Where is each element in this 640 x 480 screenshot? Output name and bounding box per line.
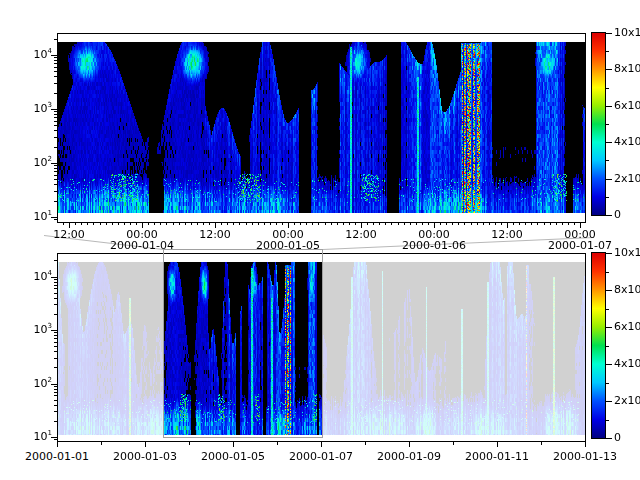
overview-selection-region[interactable] <box>163 249 323 438</box>
overview-colorbar <box>591 252 606 439</box>
spectrogram-figure: 10110210310410110210310412:0000:002000-0… <box>0 0 640 480</box>
detail-colorbar <box>591 32 606 216</box>
detail-spectrogram-canvas[interactable] <box>57 42 585 213</box>
zoom-connector-line-left <box>44 236 164 250</box>
zoom-connector-line-right <box>323 238 595 250</box>
